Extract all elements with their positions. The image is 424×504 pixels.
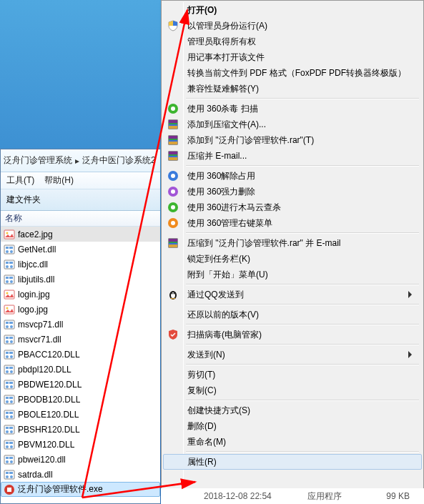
column-header-name[interactable]: 名称: [1, 211, 160, 227]
menu-item-label: 发送到(N): [187, 349, 225, 361]
svg-rect-32: [6, 352, 9, 354]
menu-item[interactable]: 使用 360解除占用: [163, 168, 422, 184]
menu-item[interactable]: 转换当前文件到 PDF 格式（FoxPDF PDF转换器终极版）: [163, 65, 422, 81]
svg-rect-12: [4, 275, 14, 284]
svg-point-35: [10, 355, 13, 358]
file-row[interactable]: pbwei120.dll: [1, 452, 160, 467]
svg-point-109: [172, 293, 173, 295]
file-row[interactable]: libjutils.dll: [1, 272, 160, 287]
svg-point-34: [6, 355, 9, 358]
svg-rect-41: [4, 380, 14, 389]
svg-rect-90: [169, 152, 177, 154]
menu-item[interactable]: 以管理员身份运行(A): [163, 18, 422, 34]
menu-item[interactable]: 兼容性疑难解答(Y): [163, 81, 422, 97]
file-row[interactable]: 泛舟门诊管理软件.exe: [1, 482, 160, 497]
svg-rect-31: [4, 350, 14, 359]
svg-point-78: [171, 107, 175, 111]
file-name: 泛舟门诊管理软件.exe: [18, 483, 103, 495]
menu-bar[interactable]: 工具(T) 帮助(H): [1, 172, 160, 189]
svg-rect-26: [4, 335, 14, 344]
menu-item[interactable]: 删除(D): [163, 418, 422, 434]
menu-item-label: 添加到 "泛舟门诊管理软件.rar"(T): [187, 134, 314, 147]
svg-rect-7: [4, 260, 14, 269]
svg-rect-106: [169, 244, 177, 247]
svg-point-18: [6, 292, 9, 294]
menu-item[interactable]: 扫描病毒(电脑管家): [163, 327, 422, 342]
svg-rect-46: [4, 395, 14, 404]
file-row[interactable]: satrda.dll: [1, 467, 160, 482]
menu-item[interactable]: 压缩并 E-mail...: [163, 148, 422, 164]
svg-point-49: [6, 400, 9, 403]
file-row[interactable]: PBVM120.DLL: [1, 437, 160, 452]
svg-point-70: [10, 460, 13, 463]
menu-item[interactable]: 使用 360强力删除: [163, 184, 422, 199]
file-row[interactable]: login.jpg: [1, 287, 160, 302]
file-row[interactable]: GetNet.dll: [1, 242, 160, 257]
file-list[interactable]: face2.jpgGetNet.dlllibjcc.dlllibjutils.d…: [1, 227, 160, 497]
menu-item-label: 属性(R): [187, 456, 217, 468]
menu-item[interactable]: 剪切(T): [163, 367, 422, 382]
menu-help[interactable]: 帮助(H): [44, 174, 74, 187]
svg-point-15: [6, 280, 9, 283]
dll-icon: [4, 394, 15, 405]
svg-point-20: [6, 307, 9, 309]
svg-point-54: [6, 415, 9, 418]
menu-item[interactable]: 复制(C): [163, 382, 422, 398]
menu-item[interactable]: 添加到 "泛舟门诊管理软件.rar"(T): [163, 132, 422, 148]
menu-item[interactable]: 锁定到任务栏(K): [163, 251, 422, 267]
file-row[interactable]: PBACC120.DLL: [1, 347, 160, 362]
file-row[interactable]: face2.jpg: [1, 227, 160, 242]
menu-item[interactable]: 使用 360杀毒 扫描: [163, 101, 422, 117]
menu-item-label: 使用 360解除占用: [187, 170, 255, 182]
img-icon: [4, 229, 15, 240]
svg-rect-61: [4, 440, 14, 449]
menu-item-label: 扫描病毒(电脑管家): [187, 329, 262, 341]
file-row[interactable]: msvcp71.dll: [1, 317, 160, 332]
menu-item[interactable]: 发送到(N): [163, 347, 422, 362]
menu-item[interactable]: 通过QQ发送到: [163, 287, 422, 302]
rar-icon: [167, 150, 179, 162]
menu-tools[interactable]: 工具(T): [6, 174, 34, 187]
menu-item[interactable]: 添加到压缩文件(A)...: [163, 117, 422, 132]
menu-item[interactable]: 管理员取得所有权: [163, 34, 422, 49]
file-name: satrda.dll: [18, 470, 53, 480]
file-row[interactable]: PBOLE120.DLL: [1, 407, 160, 422]
menu-item[interactable]: 使用 360管理右键菜单: [163, 215, 422, 231]
menu-item[interactable]: 属性(R): [163, 454, 422, 470]
menu-item[interactable]: 创建快捷方式(S): [163, 402, 422, 418]
address-bar[interactable]: 泛舟门诊管理系统 ▸ 泛舟中医门诊系统2: [1, 149, 160, 172]
breadcrumb[interactable]: 泛舟中医门诊系统2: [82, 154, 156, 167]
breadcrumb[interactable]: 泛舟门诊管理系统: [4, 154, 72, 167]
explorer-window[interactable]: 泛舟门诊管理系统 ▸ 泛舟中医门诊系统2 工具(T) 帮助(H) 建文件夹 名称…: [0, 149, 160, 504]
svg-point-30: [10, 340, 13, 343]
svg-rect-68: [9, 457, 13, 459]
file-row[interactable]: libjcc.dll: [1, 257, 160, 272]
svg-point-24: [6, 325, 9, 328]
file-row[interactable]: msvcr71.dll: [1, 332, 160, 347]
menu-item[interactable]: 使用 360进行木马云查杀: [163, 199, 422, 215]
svg-rect-57: [6, 427, 9, 429]
menu-item[interactable]: 用记事本打开该文件: [163, 49, 422, 65]
menu-item[interactable]: 重命名(M): [163, 434, 422, 450]
menu-item-label: 添加到压缩文件(A)...: [187, 119, 266, 131]
file-row[interactable]: PBDWE120.DLL: [1, 377, 160, 392]
menu-item[interactable]: 还原以前的版本(V): [163, 307, 422, 322]
dll-icon: [4, 259, 15, 270]
menu-item[interactable]: 打开(O): [163, 2, 422, 18]
context-menu[interactable]: 打开(O)以管理员身份运行(A)管理员取得所有权用记事本打开该文件转换当前文件到…: [161, 0, 424, 504]
menu-item-label: 使用 360杀毒 扫描: [187, 103, 258, 115]
svg-rect-33: [9, 352, 13, 354]
file-row[interactable]: logo.jpg: [1, 302, 160, 317]
file-row[interactable]: pbdpl120.DLL: [1, 362, 160, 377]
submenu-arrow-icon: [408, 290, 413, 301]
file-row[interactable]: PBSHR120.DLL: [1, 422, 160, 437]
svg-point-60: [10, 430, 13, 433]
file-name: PBODB120.DLL: [18, 395, 80, 405]
new-folder-button[interactable]: 建文件夹: [6, 194, 41, 206]
svg-rect-52: [6, 412, 9, 414]
menu-item[interactable]: 附到「开始」菜单(U): [163, 267, 422, 282]
img-icon: [4, 289, 15, 300]
file-row[interactable]: PBODB120.DLL: [1, 392, 160, 407]
toolbar[interactable]: 建文件夹: [1, 189, 160, 211]
menu-item[interactable]: 压缩到 "泛舟门诊管理软件.rar" 并 E-mail: [163, 235, 422, 251]
